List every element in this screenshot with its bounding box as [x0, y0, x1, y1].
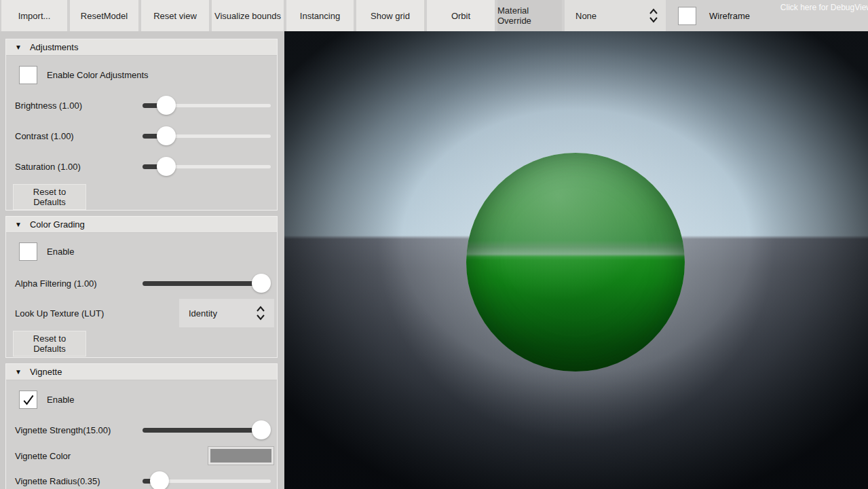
panel-adjustments: ▼ Adjustments Enable Color Adjustments B… — [5, 39, 278, 211]
material-override-button[interactable]: Material Override — [497, 0, 562, 31]
vignette-radius-label: Vignette Radius(0.35) — [15, 476, 100, 486]
enable-color-adjustments-checkbox[interactable] — [19, 66, 37, 84]
alpha-filtering-slider[interactable] — [143, 274, 271, 293]
color-grading-header[interactable]: ▼ Color Grading — [6, 217, 277, 233]
updown-chevron-icon — [255, 304, 266, 322]
panel-title: Adjustments — [30, 42, 79, 52]
instancing-button[interactable]: Instancing — [286, 0, 354, 31]
updown-chevron-icon — [648, 7, 659, 24]
slider-thumb[interactable] — [150, 471, 169, 489]
lut-label: Look Up Texture (LUT) — [15, 308, 104, 319]
panel-color-grading: ▼ Color Grading Enable Alpha Filtering (… — [5, 216, 278, 358]
panel-vignette: ▼ Vignette Enable Vignette Strength(15.0… — [5, 363, 278, 489]
vignette-color-label: Vignette Color — [15, 451, 71, 461]
reset-defaults-button[interactable]: Reset to Defaults — [13, 184, 86, 210]
checkbox-label: Enable Color Adjustments — [47, 70, 149, 80]
import-button[interactable]: Import... — [1, 0, 67, 31]
saturation-slider[interactable] — [143, 157, 271, 176]
contrast-slider[interactable] — [143, 126, 271, 145]
checkbox-label: Enable — [47, 395, 74, 405]
material-override-value: None — [575, 11, 597, 21]
collapse-triangle-icon: ▼ — [15, 221, 22, 228]
vignette-strength-label: Vignette Strength(15.00) — [15, 425, 111, 435]
show-grid-button[interactable]: Show grid — [356, 0, 424, 31]
color-grading-enable-checkbox[interactable] — [19, 242, 37, 261]
settings-sidebar: ▼ Adjustments Enable Color Adjustments B… — [0, 31, 284, 489]
slider-thumb[interactable] — [157, 157, 176, 176]
reset-defaults-button[interactable]: Reset to Defaults — [13, 331, 86, 357]
viewport-3d[interactable] — [284, 31, 868, 489]
toolbar: Import... ResetModel Reset view Visualiz… — [0, 0, 868, 31]
wireframe-toggle-group: Wireframe — [678, 0, 750, 31]
adjustments-header[interactable]: ▼ Adjustments — [6, 39, 277, 56]
brightness-slider[interactable] — [143, 96, 271, 115]
wireframe-checkbox[interactable] — [678, 7, 696, 25]
slider-thumb[interactable] — [157, 126, 176, 145]
vignette-color-swatch[interactable] — [208, 447, 273, 465]
reset-view-button[interactable]: Reset view — [141, 0, 209, 31]
saturation-label: Saturation (1.00) — [15, 162, 81, 172]
contrast-label: Contrast (1.00) — [15, 131, 74, 141]
panel-title: Vignette — [30, 367, 62, 377]
slider-thumb[interactable] — [252, 274, 271, 293]
slider-thumb[interactable] — [157, 96, 176, 115]
alpha-filtering-label: Alpha Filtering (1.00) — [15, 278, 97, 289]
brightness-label: Brightness (1.00) — [15, 101, 82, 111]
lut-value: Identity — [189, 308, 217, 319]
vignette-strength-slider[interactable] — [143, 420, 271, 439]
vignette-enable-checkbox[interactable] — [19, 391, 37, 409]
green-sphere[interactable] — [466, 153, 685, 372]
collapse-triangle-icon: ▼ — [15, 369, 22, 376]
vignette-header[interactable]: ▼ Vignette — [6, 364, 277, 380]
reset-model-button[interactable]: ResetModel — [70, 0, 138, 31]
collapse-triangle-icon: ▼ — [15, 44, 22, 51]
checkbox-label: Enable — [47, 247, 74, 257]
panel-title: Color Grading — [30, 219, 85, 230]
wireframe-label: Wireframe — [709, 11, 750, 21]
slider-thumb[interactable] — [252, 420, 271, 439]
debugview-link[interactable]: Click here for DebugView — [780, 3, 868, 12]
material-override-select[interactable]: None — [565, 0, 666, 31]
lut-select[interactable]: Identity — [179, 299, 274, 327]
vignette-radius-slider[interactable] — [143, 471, 271, 489]
orbit-button[interactable]: Orbit — [427, 0, 495, 31]
visualize-bounds-button[interactable]: Visualize bounds — [212, 0, 284, 31]
